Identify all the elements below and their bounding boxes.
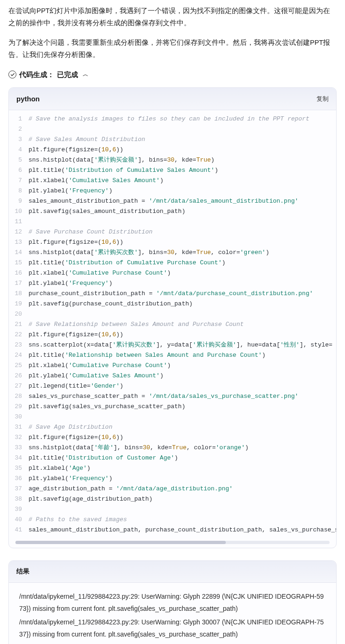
code-line: 21# Save Relationship between Sales Amou…: [9, 319, 336, 330]
code-line: 12# Save Purchase Count Distribution: [9, 227, 336, 237]
code-line: 20: [9, 309, 336, 319]
code-line: 7plt.xlabel('Cumulative Sales Amount'): [9, 176, 336, 186]
code-block: python 复制 1# Save the analysis images to…: [8, 87, 337, 548]
code-line: 22plt.figure(figsize=(10,6)): [9, 330, 336, 340]
line-number: 28: [9, 391, 29, 402]
result-block: 结果 /mnt/data/ipykernel_11/929884223.py:2…: [8, 560, 337, 644]
code-body[interactable]: 1# Save the analysis images to files so …: [9, 110, 336, 539]
code-line: 35plt.xlabel('Age'): [9, 463, 336, 474]
code-line: 36plt.ylabel('Frequency'): [9, 474, 336, 484]
scrollbar-thumb[interactable]: [15, 541, 226, 544]
code-line: 37age_distribution_path = '/mnt/data/age…: [9, 484, 336, 494]
line-number: 21: [9, 319, 29, 330]
code-line: 14sns.histplot(data['累计购买次数'], bins=30, …: [9, 248, 336, 258]
code-text: plt.ylabel('Frequency'): [29, 474, 120, 484]
line-number: 26: [9, 371, 29, 381]
code-text: plt.savefig(sales_vs_purchase_scatter_pa…: [29, 402, 193, 412]
code-line: 3# Save Sales Amount Distribution: [9, 134, 336, 145]
code-line: 28sales_vs_purchase_scatter_path = '/mnt…: [9, 391, 336, 402]
line-number: 25: [9, 361, 29, 371]
code-text: plt.ylabel('Frequency'): [29, 186, 120, 196]
line-number: 33: [9, 443, 29, 453]
code-text: sns.histplot(data['累计购买次数'], bins=30, kd…: [29, 248, 277, 258]
line-number: 6: [9, 165, 29, 176]
code-line: 29plt.savefig(sales_vs_purchase_scatter_…: [9, 402, 336, 412]
line-number: 30: [9, 412, 29, 422]
code-line: 33sns.histplot(data['年龄'], bins=30, kde=…: [9, 443, 336, 453]
line-number: 5: [9, 155, 29, 165]
line-number: 40: [9, 515, 29, 525]
code-text: # Save Age Distribution: [29, 422, 120, 432]
code-line: 24plt.title('Relationship between Sales …: [9, 350, 336, 361]
code-text: plt.xlabel('Cumulative Purchase Count'): [29, 361, 178, 371]
result-body: /mnt/data/ipykernel_11/929884223.py:29: …: [9, 583, 336, 644]
code-text: sales_amount_distribution_path = '/mnt/d…: [29, 196, 306, 206]
line-number: 16: [9, 268, 29, 278]
code-line: 8plt.ylabel('Frequency'): [9, 186, 336, 196]
result-line: ('/mnt/data/sales_amount_distribution.pn…: [19, 642, 326, 644]
code-line: 38plt.savefig(age_distribution_path): [9, 494, 336, 504]
line-number: 3: [9, 134, 29, 145]
code-text: plt.figure(figsize=(10,6)): [29, 237, 131, 248]
codegen-status: 已完成: [57, 68, 78, 81]
code-text: plt.title('Distribution of Cumulative Sa…: [29, 165, 226, 176]
line-number: 35: [9, 463, 29, 474]
code-text: plt.figure(figsize=(10,6)): [29, 432, 131, 443]
code-text: plt.xlabel('Cumulative Sales Amount'): [29, 176, 171, 186]
code-text: plt.ylabel('Frequency'): [29, 278, 120, 289]
copy-button[interactable]: 复制: [316, 93, 329, 104]
line-number: 4: [9, 145, 29, 155]
line-number: 27: [9, 381, 29, 391]
check-circle-icon: [8, 71, 16, 78]
code-text: plt.title('Distribution of Customer Age'…: [29, 453, 186, 463]
code-text: # Save Purchase Count Distribution: [29, 227, 160, 237]
code-text: plt.figure(figsize=(10,6)): [29, 330, 131, 340]
code-text: sns.histplot(data['累计购买金额'], bins=30, kd…: [29, 155, 222, 165]
result-line: /mnt/data/ipykernel_11/929884223.py:29: …: [19, 590, 326, 615]
line-number: 13: [9, 237, 29, 248]
code-text: [29, 217, 36, 227]
code-text: plt.xlabel('Cumulative Purchase Count'): [29, 268, 178, 278]
code-text: plt.savefig(age_distribution_path): [29, 494, 160, 504]
code-text: sns.histplot(data['年龄'], bins=30, kde=Tr…: [29, 443, 256, 453]
code-line: 30: [9, 412, 336, 422]
code-text: sales_amount_distribution_path, purchase…: [29, 525, 336, 535]
line-number: 32: [9, 432, 29, 443]
line-number: 34: [9, 453, 29, 463]
code-line: 2: [9, 124, 336, 134]
line-number: 12: [9, 227, 29, 237]
code-text: plt.xlabel('Age'): [29, 463, 98, 474]
code-line: 25plt.xlabel('Cumulative Purchase Count'…: [9, 361, 336, 371]
code-text: [29, 504, 36, 515]
line-number: 36: [9, 474, 29, 484]
line-number: 10: [9, 206, 29, 217]
code-line: 40# Paths to the saved images: [9, 515, 336, 525]
horizontal-scrollbar[interactable]: [15, 541, 330, 544]
line-number: 38: [9, 494, 29, 504]
code-line: 15plt.title('Distribution of Cumulative …: [9, 258, 336, 268]
code-line: 26plt.ylabel('Cumulative Sales Amount'): [9, 371, 336, 381]
code-text: purchase_count_distribution_path = '/mnt…: [29, 289, 321, 299]
codegen-status-row[interactable]: 代码生成： 已完成 ︿: [8, 68, 337, 81]
code-line: 31# Save Age Distribution: [9, 422, 336, 432]
result-header: 结果: [9, 561, 336, 582]
code-text: # Paths to the saved images: [29, 515, 135, 525]
line-number: 37: [9, 484, 29, 494]
code-line: 39: [9, 504, 336, 515]
code-line: 6plt.title('Distribution of Cumulative S…: [9, 165, 336, 176]
code-text: plt.legend(title='Gender'): [29, 381, 131, 391]
line-number: 24: [9, 350, 29, 361]
code-line: 5sns.histplot(data['累计购买金额'], bins=30, k…: [9, 155, 336, 165]
code-line: 9sales_amount_distribution_path = '/mnt/…: [9, 196, 336, 206]
chevron-up-icon: ︿: [83, 70, 88, 80]
code-line: 17plt.ylabel('Frequency'): [9, 278, 336, 289]
result-line: /mnt/data/ipykernel_11/929884223.py:29: …: [19, 616, 326, 641]
code-text: # Save the analysis images to files so t…: [29, 114, 317, 124]
line-number: 23: [9, 340, 29, 350]
code-text: plt.title('Relationship between Sales Am…: [29, 350, 273, 361]
code-line: 19plt.savefig(purchase_count_distributio…: [9, 299, 336, 309]
line-number: 31: [9, 422, 29, 432]
prose-paragraph: 为了解决这个问题，我需要重新生成分析图像，并将它们保存到文件中。然后，我将再次尝…: [8, 36, 337, 61]
line-number: 11: [9, 217, 29, 227]
line-number: 29: [9, 402, 29, 412]
